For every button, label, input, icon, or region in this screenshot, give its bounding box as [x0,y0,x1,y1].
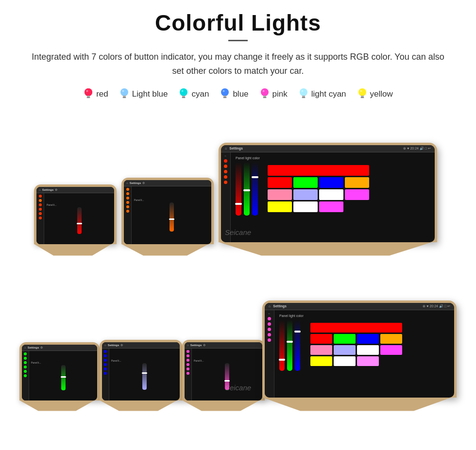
color-indicators-row: red Light blue cyan [19,87,457,101]
page-container: Colorful Lights Integrated with 7 colors… [0,0,476,426]
svg-rect-27 [360,97,364,98]
settings-label-5: Settings [108,344,119,347]
svg-point-9 [180,88,187,96]
color-label-yellow: yellow [370,89,393,99]
svg-rect-7 [122,97,126,98]
settings-label-3: Settings [229,147,243,150]
device-2: ⌂ Settings ⚙ [121,178,214,256]
svg-point-13 [221,88,229,96]
device-7: ⌂ Settings ⊛ ♥ 20:24 🔊 □ ↩ ← [262,300,457,411]
svg-rect-26 [361,96,364,97]
bulb-icon-pink [259,87,270,101]
svg-point-8 [122,90,124,92]
svg-point-5 [120,88,128,96]
svg-rect-10 [182,96,185,97]
settings-label-7: Settings [273,304,287,308]
bulb-icon-red [83,87,94,101]
device-6: ⌂ Settings ⚙ [182,340,265,411]
title-divider [228,40,248,41]
description-text: Integrated with 7 colors of button indic… [29,50,447,78]
bulb-icon-blue [220,87,230,101]
svg-rect-15 [223,97,227,98]
svg-point-28 [360,90,362,92]
color-label-blue: blue [233,89,248,99]
title-section: Colorful Lights Integrated with 7 colors… [19,10,457,78]
svg-rect-11 [182,97,186,98]
svg-point-17 [261,88,269,96]
color-label-red: red [96,89,108,99]
devices-section: ⌂ Settings ⚙ [19,115,457,411]
color-item-yellow: yellow [357,87,393,101]
device-5: ⌂ Settings ⚙ [100,340,182,411]
device-row-1: ⌂ Settings ⚙ [19,115,457,256]
svg-point-24 [301,90,303,92]
settings-label-6: Settings [190,344,202,347]
color-label-lightcyan: light cyan [311,89,346,99]
svg-point-16 [223,90,225,92]
svg-rect-14 [223,96,226,97]
bulb-icon-yellow [357,87,368,101]
svg-point-25 [358,88,366,96]
svg-point-20 [262,90,264,92]
bulb-icon-lightcyan [298,87,309,101]
color-label-pink: pink [272,89,288,99]
svg-point-12 [182,90,184,92]
svg-rect-2 [87,96,90,97]
color-item-cyan: cyan [178,87,209,101]
color-label-lightblue: Light blue [132,89,168,99]
settings-label-4: Settings [28,346,39,349]
svg-rect-22 [302,96,305,97]
device-4: ⌂ Settings ⚙ [19,342,100,411]
svg-point-1 [85,88,92,96]
device-3: ⌂ Settings ⊛ ♥ 20:24 🔊 □ ↩ ← [219,143,437,256]
panel-label-3: Panel light color [236,156,260,160]
svg-point-21 [300,88,307,96]
device-1: ⌂ Settings ⚙ [34,184,117,256]
color-item-blue: blue [220,87,248,101]
svg-rect-23 [302,97,305,98]
color-item-lightblue: Light blue [119,87,168,101]
panel-label-1: Panel li... [47,203,57,206]
bulb-icon-lightblue [119,87,130,101]
svg-rect-18 [263,96,266,97]
settings-label-1: Settings [42,188,54,191]
svg-rect-6 [123,96,126,97]
color-item-red: red [83,87,108,101]
settings-label-2: Settings [130,182,141,184]
color-item-pink: pink [259,87,288,101]
device-row-2: ⌂ Settings ⚙ [19,270,457,411]
svg-point-4 [86,90,88,92]
panel-label-7: Panel light color [279,314,304,317]
svg-rect-3 [87,97,90,98]
bulb-icon-cyan [178,87,189,101]
color-item-lightcyan: light cyan [298,87,346,101]
color-label-cyan: cyan [191,89,209,99]
svg-rect-19 [263,97,266,98]
page-title: Colorful Lights [19,10,457,36]
